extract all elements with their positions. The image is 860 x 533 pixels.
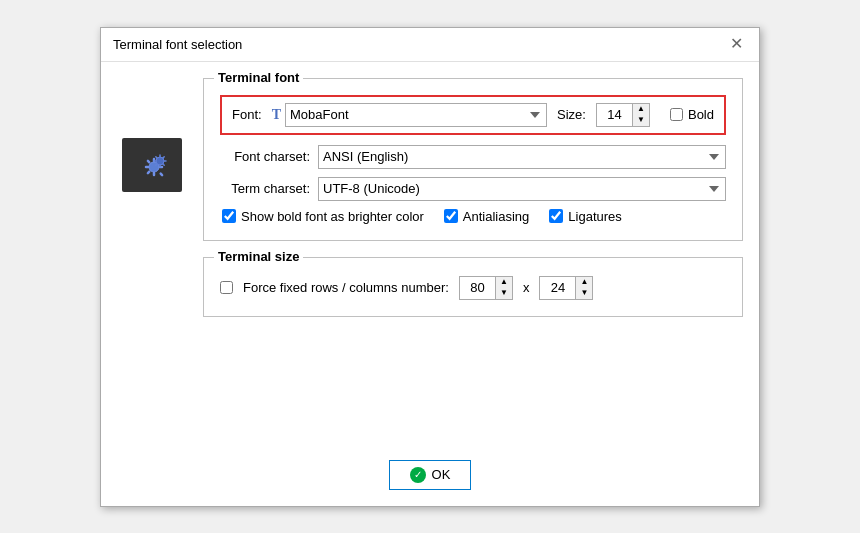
rows-spinner-buttons: ▲ ▼ (496, 277, 512, 299)
antialiasing-item: Antialiasing (444, 209, 530, 224)
size-label: Size: (557, 107, 586, 122)
rows-decrement-button[interactable]: ▼ (496, 288, 512, 299)
bold-checkbox[interactable] (670, 108, 683, 121)
term-charset-label: Term charset: (220, 181, 310, 196)
font-charset-dropdown[interactable]: ANSI (English) UTF-8 ISO-8859-1 (318, 145, 726, 169)
antialiasing-label: Antialiasing (463, 209, 530, 224)
ligatures-item: Ligatures (549, 209, 621, 224)
antialiasing-checkbox[interactable] (444, 209, 458, 223)
show-bold-checkbox[interactable] (222, 209, 236, 223)
font-label: Font: (232, 107, 262, 122)
font-size-row: Font: T MobaFont Consolas Courier New Lu… (220, 95, 726, 135)
show-bold-label: Show bold font as brighter color (241, 209, 424, 224)
size-increment-button[interactable]: ▲ (633, 104, 649, 115)
dialog-title: Terminal font selection (113, 37, 242, 52)
size-spinner: 14 ▲ ▼ (596, 103, 650, 127)
right-content: Terminal font Font: T MobaFont Consolas … (203, 78, 743, 428)
font-select-wrapper: T MobaFont Consolas Courier New Lucida C… (272, 103, 547, 127)
size-input[interactable]: 14 (597, 104, 633, 126)
cols-spinner-buttons: ▲ ▼ (576, 277, 592, 299)
gear-icon (134, 147, 170, 183)
ok-label: OK (432, 467, 451, 482)
title-bar: Terminal font selection ✕ (101, 28, 759, 62)
force-fixed-checkbox[interactable] (220, 281, 233, 294)
ok-button[interactable]: ✓ OK (389, 460, 472, 490)
bold-label: Bold (688, 107, 714, 122)
rows-spinner: ▲ ▼ (459, 276, 513, 300)
bold-wrapper: Bold (670, 107, 714, 122)
cols-input[interactable] (540, 277, 576, 299)
cols-spinner: ▲ ▼ (539, 276, 593, 300)
cols-increment-button[interactable]: ▲ (576, 277, 592, 288)
term-charset-dropdown[interactable]: UTF-8 (Unicode) ASCII ISO-8859-1 (318, 177, 726, 201)
x-label: x (523, 280, 530, 295)
font-charset-row: Font charset: ANSI (English) UTF-8 ISO-8… (220, 145, 726, 169)
rows-input[interactable] (460, 277, 496, 299)
force-fixed-label: Force fixed rows / columns number: (243, 280, 449, 295)
show-bold-item: Show bold font as brighter color (222, 209, 424, 224)
size-decrement-button[interactable]: ▼ (633, 115, 649, 126)
checkboxes-row: Show bold font as brighter color Antiali… (220, 209, 726, 224)
left-sidebar (117, 78, 187, 428)
close-button[interactable]: ✕ (726, 36, 747, 52)
ok-icon: ✓ (410, 467, 426, 483)
font-type-icon: T (272, 107, 281, 123)
cols-decrement-button[interactable]: ▼ (576, 288, 592, 299)
font-row-inner: Font: T MobaFont Consolas Courier New Lu… (232, 103, 650, 127)
terminal-size-group: Terminal size Force fixed rows / columns… (203, 257, 743, 317)
size-spinner-buttons: ▲ ▼ (633, 104, 649, 126)
font-charset-label: Font charset: (220, 149, 310, 164)
terminal-size-group-label: Terminal size (214, 249, 303, 264)
font-dropdown[interactable]: MobaFont Consolas Courier New Lucida Con… (285, 103, 547, 127)
gear-icon-box (122, 138, 182, 192)
dialog-body: Terminal font Font: T MobaFont Consolas … (101, 62, 759, 444)
rows-increment-button[interactable]: ▲ (496, 277, 512, 288)
button-row: ✓ OK (101, 444, 759, 506)
term-charset-row: Term charset: UTF-8 (Unicode) ASCII ISO-… (220, 177, 726, 201)
dialog: Terminal font selection ✕ (100, 27, 760, 507)
ligatures-checkbox[interactable] (549, 209, 563, 223)
ligatures-label: Ligatures (568, 209, 621, 224)
terminal-font-group: Terminal font Font: T MobaFont Consolas … (203, 78, 743, 241)
terminal-size-row: Force fixed rows / columns number: ▲ ▼ x… (220, 276, 726, 300)
terminal-font-group-label: Terminal font (214, 70, 303, 85)
